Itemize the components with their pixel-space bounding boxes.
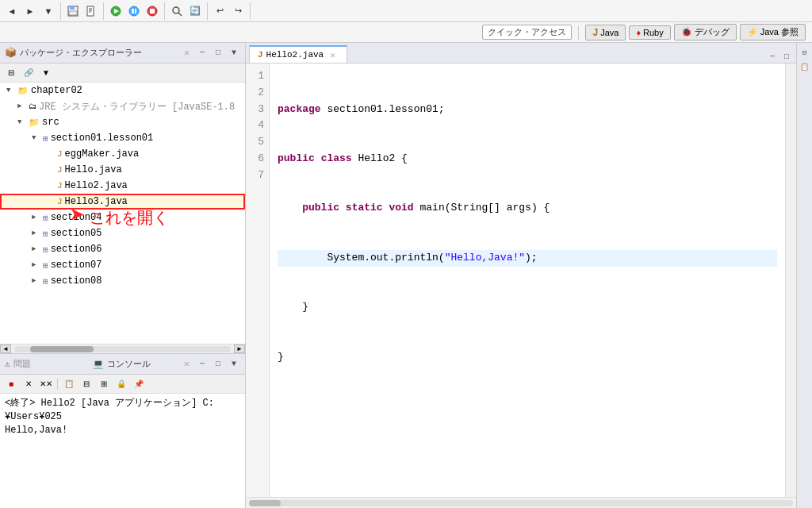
back-btn[interactable]: ◄ xyxy=(3,2,21,20)
extra-group: ↩ ↪ xyxy=(211,2,251,20)
search-btn[interactable] xyxy=(168,2,186,20)
remove-btn[interactable]: ✕ xyxy=(21,376,36,392)
maximize-console-btn[interactable]: □ xyxy=(212,358,224,371)
tree-item-eggmaker[interactable]: ► J eggMaker.java xyxy=(0,146,245,162)
file-group xyxy=(64,2,104,20)
scroll-thumb[interactable] xyxy=(30,346,94,352)
console-toolbar: ■ ✕ ✕✕ 📋 ⊟ ⊞ 🔒 📌 xyxy=(0,375,245,394)
tree-item-chapter02[interactable]: ▼ 📁 chapter02 xyxy=(0,83,245,98)
tab-hello2[interactable]: J Hello2.java ✕ xyxy=(249,45,347,63)
project-icon: 📁 xyxy=(17,86,29,96)
scroll-left-btn[interactable]: ◄ xyxy=(0,344,11,353)
refresh-btn[interactable]: 🔄 xyxy=(186,2,204,20)
perspective-java[interactable]: J Java xyxy=(585,25,626,40)
editor-minimize-btn[interactable]: ─ xyxy=(766,50,779,63)
package-icon: ⊞ xyxy=(43,133,48,144)
tree-item-section05[interactable]: ► ⊞ section05 xyxy=(0,225,245,241)
maximize-panel-btn[interactable]: □ xyxy=(212,47,224,60)
tree-horizontal-scrollbar[interactable]: ◄ ► xyxy=(0,344,245,353)
undo-btn[interactable]: ↩ xyxy=(211,2,228,20)
tree-menu-btn[interactable]: ▼ xyxy=(38,65,54,81)
tree-item-jre[interactable]: ► 🗂 JRE システム・ライブラリー [JavaSE-1.8 xyxy=(0,98,245,114)
tree-item-hello2[interactable]: ► J Hello2.java xyxy=(0,178,245,194)
console-menu-btn[interactable]: ▼ xyxy=(228,358,240,371)
tree-container[interactable]: ▼ 📁 chapter02 ► 🗂 JRE システム・ライブラリー [JavaS… xyxy=(0,83,245,344)
tree-item-section04[interactable]: ► ⊞ section04 xyxy=(0,210,245,225)
copy-btn[interactable]: 📋 xyxy=(61,376,77,392)
ruby-icon: ♦ xyxy=(636,28,641,37)
new-file-btn[interactable] xyxy=(82,2,100,20)
section01-label: section01.lesson01 xyxy=(51,133,154,144)
main-toolbar: ◄ ► ▼ 🔄 ↩ ↪ xyxy=(0,0,812,22)
panel-menu-btn[interactable]: ▼ xyxy=(228,47,240,60)
dropdown-btn[interactable]: ▼ xyxy=(40,2,57,20)
tree-item-section06[interactable]: ► ⊞ section06 xyxy=(0,241,245,257)
debug-run-btn[interactable] xyxy=(125,2,143,20)
ln-4: 4 xyxy=(251,117,264,134)
forward-btn[interactable]: ► xyxy=(21,2,39,20)
ln-2: 2 xyxy=(251,85,264,102)
editor-maximize-btn[interactable]: □ xyxy=(780,50,793,63)
tree-item-section07[interactable]: ► ⊞ section07 xyxy=(0,257,245,273)
tree-item-section08[interactable]: ► ⊞ section08 xyxy=(0,273,245,289)
ln-6: 6 xyxy=(251,151,264,167)
console-opt2-btn[interactable]: ⊞ xyxy=(96,376,112,392)
console-label: コンソール xyxy=(107,358,178,370)
java-file-icon: J xyxy=(57,149,63,159)
code-line-6: } xyxy=(278,349,777,366)
right-area: J Hello2.java ✕ ─ □ 1 2 3 4 5 6 7 xyxy=(246,43,812,508)
arrow-section04: ► xyxy=(32,214,43,221)
arrow-jre: ► xyxy=(17,102,29,110)
svg-rect-1 xyxy=(70,6,75,10)
console-output: <終了> Hello2 [Java アプリケーション] C:¥Users¥025… xyxy=(0,394,245,508)
hello3-file-icon: J xyxy=(57,197,63,206)
hello3-label: Hello3.java xyxy=(65,196,128,207)
ln-3: 3 xyxy=(251,102,264,118)
java-icon: J xyxy=(592,27,598,38)
perspective-ruby[interactable]: ♦ Ruby xyxy=(629,25,670,40)
scroll-right-btn[interactable]: ► xyxy=(234,344,245,353)
package-explorer-header: 📦 パッケージ・エクスプローラー ✕ ─ □ ▼ xyxy=(0,43,245,64)
debug-label: デバッグ xyxy=(695,26,730,38)
section08-icon: ⊞ xyxy=(43,276,48,287)
minimize-panel-btn[interactable]: ─ xyxy=(196,47,209,60)
arrow-hello: ► xyxy=(46,166,57,174)
tree-toolbar: ⊟ 🔗 ▼ xyxy=(0,64,245,83)
quick-access-label: クイック・アクセス xyxy=(482,25,572,40)
save-btn[interactable] xyxy=(64,2,82,20)
code-line-3: public static void main(String[] args) { xyxy=(278,200,777,217)
nav-group: ◄ ► ▼ xyxy=(3,2,61,20)
code-area[interactable]: package section01.lesson01; public class… xyxy=(270,64,785,497)
svg-rect-11 xyxy=(135,9,136,13)
perspective-java-ref[interactable]: ⚡ Java 参照 xyxy=(740,24,806,40)
editor-scrollbar[interactable] xyxy=(785,64,796,497)
redo-btn[interactable]: ↪ xyxy=(229,2,247,20)
stop-btn[interactable] xyxy=(144,2,161,20)
minimize-console-btn[interactable]: ─ xyxy=(196,358,209,371)
strip-btn-2[interactable]: 📋 xyxy=(799,60,811,73)
java-tab-icon: J xyxy=(258,50,263,60)
remove-all-btn[interactable]: ✕✕ xyxy=(38,376,54,392)
terminate-btn[interactable]: ■ xyxy=(3,376,19,392)
scroll-lock-btn[interactable]: 🔒 xyxy=(113,376,129,392)
strip-btn-1[interactable]: ⊟ xyxy=(799,46,811,59)
console-opt1-btn[interactable]: ⊟ xyxy=(79,376,94,392)
tree-item-section01[interactable]: ▼ ⊞ section01.lesson01 xyxy=(0,130,245,146)
tree-item-hello[interactable]: ► J Hello.java xyxy=(0,162,245,178)
tree-item-src[interactable]: ▼ 📁 src xyxy=(0,114,245,130)
horiz-thumb xyxy=(249,500,281,506)
java-ref-icon: ⚡ xyxy=(747,27,758,37)
main-content: 📦 パッケージ・エクスプローラー ✕ ─ □ ▼ ⊟ 🔗 ▼ ▼ 📁 chapt… xyxy=(0,43,812,508)
tree-item-hello3[interactable]: ► J Hello3.java xyxy=(0,194,245,210)
collapse-all-btn[interactable]: ⊟ xyxy=(3,65,19,81)
pin-btn[interactable]: 📌 xyxy=(131,376,147,392)
code-line-4: System.out.println("Hello,Java!"); xyxy=(278,250,777,267)
code-editor: 1 2 3 4 5 6 7 package section01.lesson01… xyxy=(246,64,796,497)
perspective-debug[interactable]: 🐞 デバッグ xyxy=(674,24,737,40)
ln-5: 5 xyxy=(251,134,264,151)
run-btn[interactable] xyxy=(107,2,124,20)
link-editor-btn[interactable]: 🔗 xyxy=(21,65,36,81)
svg-rect-2 xyxy=(69,11,77,15)
editor-bottom-scrollbar[interactable] xyxy=(246,497,796,508)
ruby-label: Ruby xyxy=(643,28,664,37)
